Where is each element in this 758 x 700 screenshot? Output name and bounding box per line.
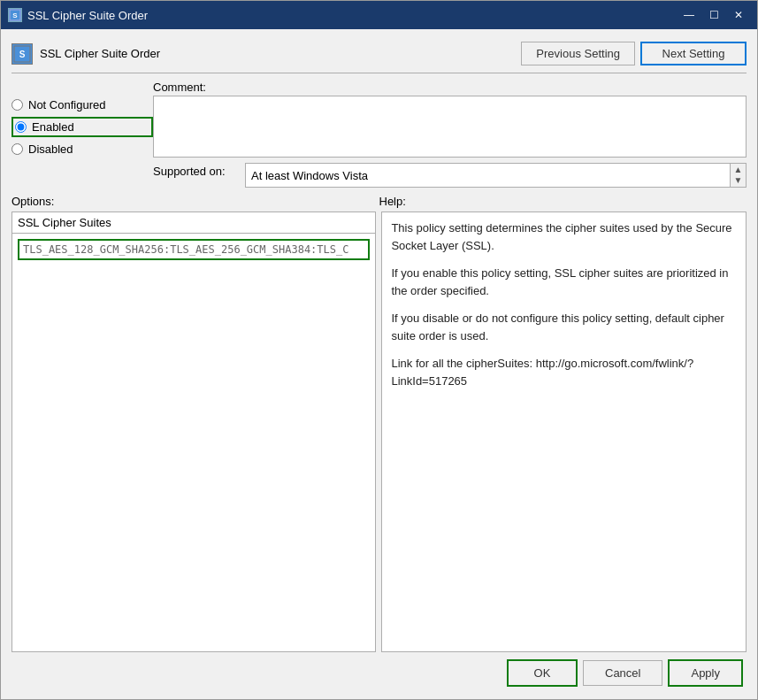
header-buttons: Previous Setting Next Setting [521,42,747,65]
comment-label: Comment: [153,81,747,94]
supported-value: At least Windows Vista [251,169,368,182]
content-area: S SSL Cipher Suite Order Previous Settin… [1,29,757,699]
scroll-up-arrow[interactable]: ▲ [734,165,743,174]
top-section: Not Configured Enabled Disabled Comment: [11,81,747,158]
radio-group: Not Configured Enabled Disabled [11,81,153,158]
options-panel-title: SSL Cipher Suites [12,212,375,234]
enabled-radio[interactable] [15,121,27,133]
options-help-labels: Options: Help: [11,195,747,208]
help-para-4: Link for all the cipherSuites: http://go… [391,355,737,389]
header-left: S SSL Cipher Suite Order [11,43,160,65]
header-row: S SSL Cipher Suite Order Previous Settin… [11,36,747,73]
enabled-option[interactable]: Enabled [11,117,153,137]
svg-text:S: S [19,50,26,59]
close-button[interactable]: ✕ [727,6,750,24]
disabled-option[interactable]: Disabled [11,142,153,156]
header-title: SSL Cipher Suite Order [40,47,160,60]
header-divider [11,73,747,73]
scroll-down-arrow[interactable]: ▼ [734,176,743,185]
panels-row: SSL Cipher Suites This policy setting de… [11,212,747,652]
comment-textarea[interactable] [153,96,747,158]
supported-box: At least Windows Vista ▲ ▼ [245,163,747,188]
cipher-suites-input[interactable] [18,239,370,260]
comment-section: Comment: [153,81,747,158]
enabled-label: Enabled [32,120,74,134]
header-icon: S [11,43,33,65]
previous-setting-button[interactable]: Previous Setting [521,42,635,65]
apply-button[interactable]: Apply [668,659,743,687]
bottom-bar: OK Cancel Apply [11,652,747,692]
help-para-2: If you enable this policy setting, SSL c… [391,265,737,299]
title-bar: S SSL Cipher Suite Order — ☐ ✕ [1,1,757,29]
ok-button[interactable]: OK [507,659,578,687]
cancel-button[interactable]: Cancel [583,660,662,686]
supported-label: Supported on: [153,163,241,178]
supported-scrollbar: ▲ ▼ [730,164,746,187]
window-icon: S [8,8,22,22]
options-label: Options: [11,195,379,208]
cipher-input-wrap [12,234,375,265]
not-configured-label: Not Configured [28,98,105,112]
not-configured-radio[interactable] [11,99,23,111]
title-bar-left: S SSL Cipher Suite Order [8,8,148,22]
svg-text:S: S [12,12,18,19]
maximize-button[interactable]: ☐ [702,6,725,24]
help-para-1: This policy setting determines the ciphe… [391,219,737,254]
options-panel: SSL Cipher Suites [11,212,376,652]
main-window: S SSL Cipher Suite Order — ☐ ✕ S SSL Cip… [0,0,758,700]
help-panel: This policy setting determines the ciphe… [381,212,747,652]
next-setting-button[interactable]: Next Setting [640,42,747,65]
title-controls: — ☐ ✕ [678,6,750,24]
help-para-3: If you disable or do not configure this … [391,310,737,344]
help-label: Help: [379,195,747,208]
title-text: SSL Cipher Suite Order [27,9,148,22]
minimize-button[interactable]: — [678,6,701,24]
not-configured-option[interactable]: Not Configured [11,98,153,112]
disabled-radio[interactable] [11,143,23,155]
disabled-label: Disabled [28,142,73,156]
supported-row: Supported on: At least Windows Vista ▲ ▼ [153,163,747,188]
